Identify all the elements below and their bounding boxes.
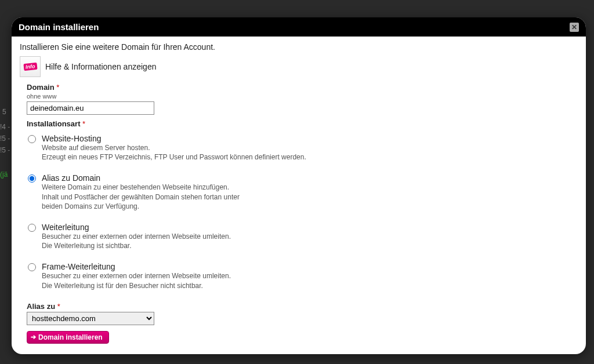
option-title: Frame-Weiterleitung (42, 262, 578, 271)
radio-frame-redirect[interactable] (28, 263, 36, 271)
bg-text: 5 (2, 108, 6, 116)
install-type-label: Installationsart (27, 119, 80, 128)
option-title: Website-Hosting (42, 134, 578, 143)
help-info-row[interactable]: Info Hilfe & Informationen anzeigen (20, 56, 578, 77)
bg-text: (jä (0, 170, 8, 179)
alias-select[interactable]: hosttechdemo.com (27, 312, 154, 325)
modal-title: Domain installieren (19, 22, 99, 32)
install-type-radio-group: Website-Hosting Website auf diesem Serve… (27, 130, 578, 299)
domain-label: Domain (27, 83, 55, 92)
arrow-right-icon: ➔ (31, 333, 36, 341)
radio-website-hosting[interactable] (28, 135, 36, 143)
option-frame-redirect[interactable]: Frame-Weiterleitung Besucher zu einer ex… (27, 259, 578, 298)
modal-header: Domain installieren ✕ (12, 17, 586, 37)
required-marker: * (82, 119, 85, 128)
option-website-hosting[interactable]: Website-Hosting Website auf diesem Serve… (27, 130, 578, 170)
info-icon: Info (20, 56, 41, 77)
radio-redirect[interactable] (28, 224, 36, 232)
intro-text: Installieren Sie eine weitere Domain für… (20, 42, 578, 52)
option-desc: Besucher zu einer externen oder internen… (42, 271, 332, 290)
option-title: Alias zu Domain (42, 173, 578, 183)
radio-alias-domain[interactable] (28, 174, 36, 183)
help-link-text: Hilfe & Informationen anzeigen (45, 62, 156, 71)
install-domain-button[interactable]: ➔ Domain installieren (27, 331, 109, 344)
bg-text: !5 - (0, 134, 10, 143)
required-marker: * (56, 83, 59, 92)
option-desc: Besucher zu einer externen oder internen… (42, 232, 332, 250)
domain-input[interactable] (27, 101, 154, 115)
domain-install-modal: Domain installieren ✕ Installieren Sie e… (12, 17, 586, 354)
option-alias-domain[interactable]: Alias zu Domain Weitere Domain zu einer … (27, 170, 578, 219)
alias-label: Alias zu (27, 302, 55, 311)
option-desc: Website auf diesem Server hosten.Erzeugt… (42, 143, 332, 162)
bg-text: !4 - (0, 123, 10, 131)
required-marker: * (57, 302, 60, 311)
info-badge: Info (23, 63, 37, 71)
option-redirect[interactable]: Weiterleitung Besucher zu einer externen… (27, 219, 578, 259)
modal-body: Installieren Sie eine weitere Domain für… (12, 37, 586, 354)
option-desc: Weitere Domain zu einer bestehenden Webs… (42, 183, 332, 211)
submit-label: Domain installieren (38, 333, 103, 341)
domain-sublabel: ohne www (27, 93, 56, 100)
close-icon[interactable]: ✕ (570, 23, 579, 32)
bg-text: !5 - (0, 146, 10, 154)
option-title: Weiterleitung (42, 223, 578, 232)
